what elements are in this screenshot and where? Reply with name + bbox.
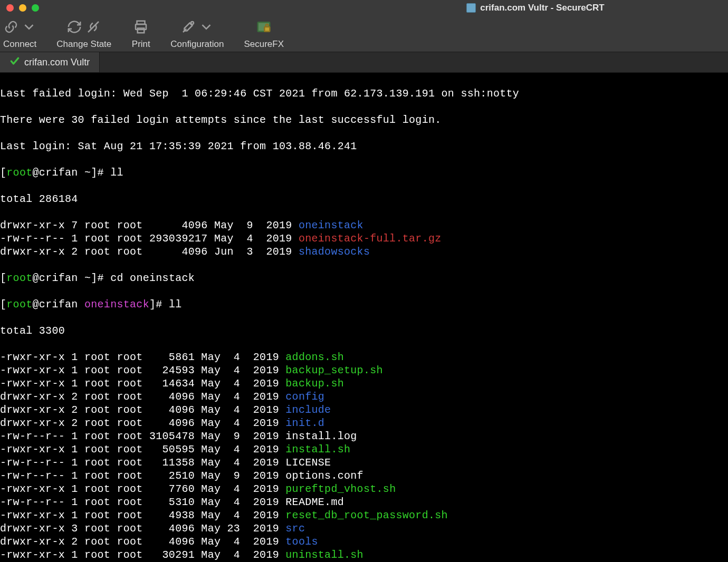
change-state-button[interactable]: Change State: [56, 20, 111, 50]
file-meta: drwxr-xr-x 2 root root 4096 Jun 3 2019: [0, 246, 299, 258]
file-name: options.conf: [285, 469, 363, 482]
titlebar: crifan.com Vultr - SecureCRT: [0, 0, 728, 16]
file-name: init.d: [285, 416, 324, 430]
file-meta: drwxr-xr-x 7 root root 4096 May 9 2019: [0, 219, 299, 231]
file-name: backup.sh: [285, 377, 344, 390]
file-meta: drwxr-xr-x 2 root root 4096 May 4 2019: [0, 536, 285, 548]
ls-row: -rw-r--r-- 1 root root 3105478 May 9 201…: [0, 430, 728, 443]
file-meta: -rwxr-xr-x 1 root root 24593 May 4 2019: [0, 364, 285, 376]
configuration-label: Configuration: [170, 39, 224, 50]
check-icon: [9, 56, 20, 69]
file-meta: drwxr-xr-x 3 root root 4096 May 23 2019: [0, 522, 285, 535]
ls-listing-1: drwxr-xr-x 7 root root 4096 May 9 2019 o…: [0, 219, 728, 258]
file-name: README.md: [285, 496, 344, 509]
svg-point-3: [191, 22, 194, 24]
securefx-button[interactable]: SecureFX: [244, 20, 284, 50]
ls-row: drwxr-xr-x 2 root root 4096 Jun 3 2019 s…: [0, 245, 728, 258]
ls-row: -rwxr-xr-x 1 root root 5861 May 4 2019 a…: [0, 351, 728, 364]
ls-row: -rw-r--r-- 1 root root 2510 May 9 2019 o…: [0, 469, 728, 482]
file-name: LICENSE: [285, 456, 331, 469]
file-meta: -rwxr-xr-x 1 root root 7760 May 4 2019: [0, 483, 285, 495]
connect-label: Connect: [3, 39, 36, 50]
file-name: reset_db_root_password.sh: [285, 509, 448, 522]
file-meta: drwxr-xr-x 2 root root 4096 May 4 2019: [0, 404, 285, 416]
app-icon: [466, 3, 476, 13]
securefx-label: SecureFX: [244, 39, 284, 50]
file-meta: -rwxr-xr-x 1 root root 50595 May 4 2019: [0, 443, 285, 456]
securefx-icon: [256, 19, 272, 37]
file-meta: -rwxr-xr-x 1 root root 4938 May 4 2019: [0, 509, 285, 521]
ls-row: drwxr-xr-x 3 root root 4096 May 23 2019 …: [0, 522, 728, 535]
window-title: crifan.com Vultr - SecureCRT: [480, 3, 605, 13]
prompt-line: [root@crifan oneinstack]# ll: [0, 298, 728, 311]
file-name: pureftpd_vhost.sh: [285, 482, 396, 496]
printer-icon: [133, 19, 149, 37]
change-state-label: Change State: [56, 39, 111, 50]
tabbar: crifan.com Vultr: [0, 52, 728, 73]
ls-row: -rwxr-xr-x 1 root root 30291 May 4 2019 …: [0, 548, 728, 561]
file-name: install.log: [285, 430, 357, 443]
prompt-line: [root@crifan ~]# ll: [0, 166, 728, 179]
prompt-line: [root@crifan ~]# cd oneinstack: [0, 272, 728, 285]
ls-row: -rwxr-xr-x 1 root root 24593 May 4 2019 …: [0, 364, 728, 377]
maximize-window-button[interactable]: [32, 4, 39, 12]
terminal-line: There were 30 failed login attempts sinc…: [0, 113, 728, 127]
file-name: shadowsocks: [299, 245, 370, 258]
file-name: config: [285, 390, 324, 403]
file-meta: -rw-r--r-- 1 root root 11358 May 4 2019: [0, 457, 285, 469]
ls-row: drwxr-xr-x 7 root root 4096 May 9 2019 o…: [0, 219, 728, 232]
file-name: uninstall.sh: [285, 548, 363, 561]
ls-row: -rwxr-xr-x 1 root root 50595 May 4 2019 …: [0, 443, 728, 456]
file-name: tools: [285, 535, 318, 548]
file-meta: -rwxr-xr-x 1 root root 30291 May 4 2019: [0, 549, 285, 561]
ls-row: -rw-r--r-- 1 root root 293039217 May 4 2…: [0, 232, 728, 245]
file-meta: -rw-r--r-- 1 root root 3105478 May 9 201…: [0, 430, 285, 442]
file-name: oneinstack-full.tar.gz: [299, 232, 442, 245]
ls-row: -rwxr-xr-x 1 root root 4938 May 4 2019 r…: [0, 509, 728, 522]
terminal[interactable]: Last failed login: Wed Sep 1 06:29:46 CS…: [0, 73, 728, 562]
file-meta: -rwxr-xr-x 1 root root 14634 May 4 2019: [0, 377, 285, 390]
window-controls: [6, 4, 39, 12]
terminal-line: Last failed login: Wed Sep 1 06:29:46 CS…: [0, 87, 728, 100]
chevron-down-icon: [21, 19, 37, 37]
reconnect-icon: [66, 19, 82, 37]
file-meta: -rwxr-xr-x 1 root root 5861 May 4 2019: [0, 351, 285, 363]
connect-button[interactable]: Connect: [3, 20, 36, 50]
print-label: Print: [132, 39, 150, 50]
file-meta: -rw-r--r-- 1 root root 293039217 May 4 2…: [0, 232, 299, 245]
file-name: include: [285, 403, 331, 416]
ls-row: -rw-r--r-- 1 root root 11358 May 4 2019 …: [0, 456, 728, 469]
file-name: addons.sh: [285, 351, 344, 364]
ls-row: drwxr-xr-x 2 root root 4096 May 4 2019 t…: [0, 535, 728, 548]
file-meta: -rw-r--r-- 1 root root 5310 May 4 2019: [0, 496, 285, 508]
print-button[interactable]: Print: [131, 20, 150, 50]
file-name: src: [285, 522, 305, 535]
ls-row: drwxr-xr-x 2 root root 4096 May 4 2019 i…: [0, 416, 728, 430]
ls-row: -rw-r--r-- 1 root root 5310 May 4 2019 R…: [0, 496, 728, 509]
link-icon: [3, 19, 19, 37]
minimize-window-button[interactable]: [19, 4, 26, 12]
ls-row: -rwxr-xr-x 1 root root 7760 May 4 2019 p…: [0, 482, 728, 496]
disconnect-icon: [85, 19, 101, 37]
ls-row: drwxr-xr-x 2 root root 4096 May 4 2019 i…: [0, 403, 728, 416]
file-meta: drwxr-xr-x 2 root root 4096 May 4 2019: [0, 391, 285, 403]
file-meta: drwxr-xr-x 2 root root 4096 May 4 2019: [0, 417, 285, 429]
tab-session[interactable]: crifan.com Vultr: [0, 52, 100, 72]
chevron-down-icon: [198, 19, 214, 37]
tools-icon: [180, 19, 196, 37]
ls-row: -rwxr-xr-x 1 root root 14634 May 4 2019 …: [0, 377, 728, 390]
svg-rect-5: [264, 27, 270, 32]
configuration-button[interactable]: Configuration: [170, 20, 224, 50]
window-title-group: crifan.com Vultr - SecureCRT: [466, 3, 605, 13]
terminal-line: total 3300: [0, 324, 728, 337]
ls-listing-2: -rwxr-xr-x 1 root root 5861 May 4 2019 a…: [0, 351, 728, 562]
file-name: oneinstack: [299, 219, 363, 232]
file-meta: -rw-r--r-- 1 root root 2510 May 9 2019: [0, 470, 285, 482]
ls-row: drwxr-xr-x 2 root root 4096 May 4 2019 c…: [0, 390, 728, 403]
toolbar: Connect Change State Print: [0, 16, 728, 52]
terminal-line: total 286184: [0, 192, 728, 206]
close-window-button[interactable]: [6, 4, 14, 12]
tab-label: crifan.com Vultr: [24, 57, 90, 68]
terminal-line: Last login: Sat Aug 21 17:35:39 2021 fro…: [0, 140, 728, 153]
file-name: install.sh: [285, 443, 350, 456]
